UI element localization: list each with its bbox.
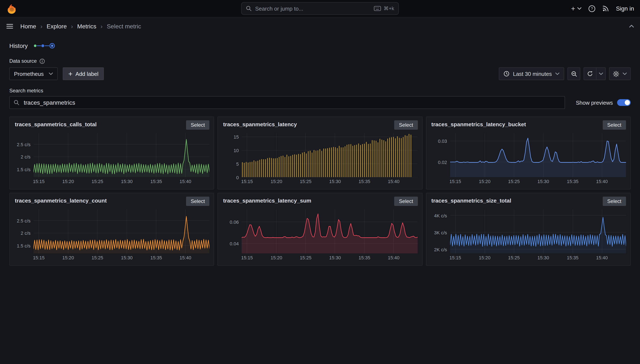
panel-chart: 2.5 c/s2 c/s1.5 c/s	[14, 133, 210, 177]
y-tick-label: 0.03	[438, 139, 447, 144]
plus-icon: +	[571, 5, 575, 12]
y-tick-label: 10	[234, 148, 239, 153]
chevron-down-icon	[49, 72, 53, 75]
x-tick-label: 15:15	[33, 255, 44, 260]
panel-select-button[interactable]: Select	[394, 196, 418, 206]
time-range-picker[interactable]: Last 30 minutes	[499, 68, 564, 80]
chevron-down-icon	[622, 72, 627, 75]
x-tick-label: 15:35	[358, 179, 370, 184]
x-axis-labels: 15:1515:2015:2515:3015:3515:40	[242, 255, 418, 262]
show-previews-label: Show previews	[576, 99, 613, 106]
x-axis-labels: 15:1515:2015:2515:3015:3515:40	[450, 179, 626, 186]
news-rss-icon[interactable]	[602, 5, 609, 12]
x-tick-label: 15:30	[329, 255, 341, 260]
help-icon[interactable]: ?	[588, 5, 596, 12]
datasource-label: Data source	[9, 58, 37, 64]
plus-icon: +	[68, 70, 72, 77]
x-tick-label: 15:15	[33, 179, 44, 184]
x-tick-label: 15:15	[241, 255, 253, 260]
panel-chart: 151050	[222, 133, 418, 177]
refresh-button[interactable]	[584, 68, 596, 80]
panel-chart: 0.060.04	[222, 209, 418, 254]
panel-title: traces_spanmetrics_latency_sum	[223, 198, 311, 204]
zoom-out-button[interactable]	[568, 68, 580, 80]
metric-panel: traces_spanmetrics_latency Select 151050…	[218, 116, 422, 190]
x-tick-label: 15:40	[596, 255, 608, 260]
grafana-app: Search or jump to... ⌘+k +	[0, 0, 640, 364]
panel-select-button[interactable]: Select	[394, 120, 418, 130]
metrics-search-box[interactable]	[9, 96, 565, 109]
x-tick-label: 15:40	[596, 179, 608, 184]
datasource-row: Prometheus + Add label Last 30 minutes	[9, 68, 631, 80]
y-axis-labels: 0.060.04	[222, 209, 242, 254]
y-axis-labels: 151050	[222, 133, 242, 177]
x-axis-labels: 15:1515:2015:2515:3015:3515:40	[242, 179, 418, 186]
x-tick-label: 15:30	[538, 179, 549, 184]
chevron-down-icon	[577, 7, 582, 10]
hamburger-icon	[6, 22, 14, 30]
y-axis-labels: 2.5 c/s2 c/s1.5 c/s	[14, 133, 34, 177]
x-tick-label: 15:15	[450, 255, 461, 260]
chart-plot	[450, 133, 626, 177]
settings-button[interactable]	[609, 68, 631, 80]
menu-toggle-button[interactable]	[6, 22, 14, 30]
breadcrumb-home[interactable]: Home	[20, 23, 36, 30]
panel-header: traces_spanmetrics_latency Select	[222, 120, 418, 130]
y-tick-label: 0.04	[230, 241, 239, 246]
toggle-knob	[625, 100, 630, 105]
chart-plot	[450, 209, 626, 254]
x-tick-label: 15:25	[508, 255, 520, 260]
clock-icon	[504, 71, 510, 77]
datasource-picker[interactable]: Prometheus	[9, 68, 58, 80]
show-previews-toggle[interactable]	[617, 99, 631, 106]
x-tick-label: 15:20	[270, 255, 282, 260]
x-tick-label: 15:40	[388, 255, 400, 260]
x-tick-label: 15:25	[508, 179, 520, 184]
y-tick-label: 1.5 c/s	[17, 167, 30, 172]
panel-header: traces_spanmetrics_latency_count Select	[14, 196, 210, 206]
y-tick-label: 2 c/s	[21, 154, 30, 160]
metrics-search-input[interactable]	[23, 99, 560, 106]
panels-grid: traces_spanmetrics_calls_total Select 2.…	[9, 116, 631, 266]
x-tick-label: 15:20	[479, 179, 490, 184]
x-tick-label: 15:35	[358, 255, 370, 260]
breadcrumb-separator: ›	[101, 23, 102, 30]
breadcrumb-bar: Home › Explore › Metrics › Select metric	[0, 17, 640, 35]
collapse-header-button[interactable]	[629, 24, 634, 28]
add-label-button[interactable]: + Add label	[63, 68, 104, 80]
history-row: History	[9, 41, 631, 50]
y-tick-label: 0.02	[438, 160, 447, 165]
x-tick-label: 15:25	[92, 255, 103, 260]
global-search-box[interactable]: Search or jump to... ⌘+k	[241, 2, 399, 15]
panel-select-button[interactable]: Select	[602, 196, 626, 206]
refresh-interval-button[interactable]	[596, 68, 606, 80]
info-icon[interactable]	[39, 58, 45, 64]
x-axis-labels: 15:1515:2015:2515:3015:3515:40	[34, 179, 210, 186]
chevron-up-icon	[629, 24, 634, 28]
panel-title: traces_spanmetrics_latency	[223, 121, 297, 128]
chevron-down-icon	[555, 72, 560, 75]
history-trail-icon[interactable]	[33, 43, 56, 49]
x-tick-label: 15:15	[241, 179, 253, 184]
y-tick-label: 5	[236, 162, 238, 166]
chart-svg	[34, 209, 210, 254]
main-content: History Data source Prometheus	[0, 41, 640, 266]
breadcrumb-explore[interactable]: Explore	[46, 23, 67, 30]
panel-header: traces_spanmetrics_latency_sum Select	[222, 196, 418, 206]
x-axis-labels: 15:1515:2015:2515:3015:3515:40	[34, 255, 210, 262]
search-metrics-label: Search metrics	[9, 88, 631, 94]
global-search-placeholder: Search or jump to...	[255, 5, 303, 12]
grafana-logo[interactable]	[6, 3, 17, 14]
show-previews-control: Show previews	[576, 99, 631, 106]
panel-title: traces_spanmetrics_latency_count	[15, 198, 107, 204]
panel-select-button[interactable]: Select	[602, 120, 626, 130]
shortcut-label: ⌘+k	[384, 6, 394, 12]
breadcrumb-metrics[interactable]: Metrics	[77, 23, 96, 30]
y-axis-labels: 4K c/s3K c/s2K c/s	[430, 209, 450, 254]
panel-select-button[interactable]: Select	[186, 120, 210, 130]
x-tick-label: 15:25	[300, 255, 312, 260]
sign-in-link[interactable]: Sign in	[616, 5, 634, 12]
time-range-label: Last 30 minutes	[513, 70, 552, 77]
add-menu-button[interactable]: +	[571, 5, 582, 12]
panel-select-button[interactable]: Select	[186, 196, 210, 206]
